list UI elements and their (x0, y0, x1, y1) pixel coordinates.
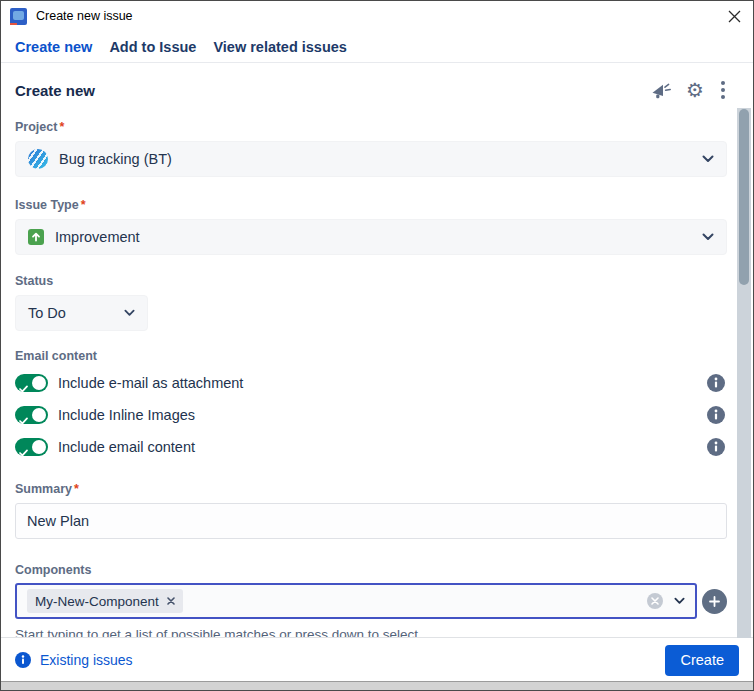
components-row: My-New-Component (15, 583, 727, 619)
email-content-toggles: Include e-mail as attachment Include Inl… (15, 372, 727, 458)
improvement-type-icon (28, 229, 44, 245)
info-icon[interactable] (707, 406, 725, 424)
chevron-down-icon (124, 309, 135, 317)
component-chip-label: My-New-Component (35, 594, 159, 609)
status-label: Status (15, 274, 727, 288)
summary-input[interactable] (15, 503, 727, 539)
components-input[interactable]: My-New-Component (15, 583, 697, 619)
window-bottom-edge (1, 681, 753, 690)
toggle-knob (32, 408, 46, 422)
required-asterisk: * (74, 482, 79, 496)
info-icon (15, 652, 31, 668)
chevron-down-icon (702, 155, 714, 163)
required-asterisk: * (81, 198, 86, 212)
tab-create-new[interactable]: Create new (15, 39, 92, 55)
toggle-row-inline-images: Include Inline Images (15, 404, 727, 426)
remove-chip-icon[interactable] (167, 597, 175, 605)
chevron-down-icon[interactable] (674, 597, 685, 605)
app-icon-notch (10, 23, 17, 25)
toggle-knob (32, 440, 46, 454)
tab-bar: Create new Add to Issue View related iss… (1, 31, 753, 63)
info-icon[interactable] (707, 438, 725, 456)
issue-type-value: Improvement (55, 229, 140, 245)
create-button[interactable]: Create (665, 645, 739, 676)
toggle-knob (32, 376, 46, 390)
scrollbar[interactable] (737, 108, 751, 638)
clear-field-icon[interactable] (647, 593, 663, 609)
create-new-issue-window: Create new issue Create new Add to Issue… (0, 0, 754, 691)
project-value: Bug tracking (BT) (59, 151, 172, 167)
close-icon[interactable] (726, 8, 742, 24)
titlebar: Create new issue (1, 1, 753, 31)
existing-issues-label: Existing issues (40, 652, 133, 668)
section-header: Create new ⚙ (15, 75, 727, 105)
toolbar: ⚙ (651, 79, 727, 101)
add-component-button[interactable] (702, 589, 727, 614)
existing-issues-link[interactable]: Existing issues (15, 652, 133, 668)
required-asterisk: * (59, 120, 64, 134)
project-label: Project* (15, 120, 727, 134)
toggle-include-email-content[interactable] (15, 438, 48, 456)
window-title: Create new issue (36, 9, 133, 23)
project-select[interactable]: Bug tracking (BT) (15, 141, 727, 177)
components-label: Components (15, 563, 727, 577)
gear-icon[interactable]: ⚙ (686, 80, 704, 100)
tab-add-to-issue[interactable]: Add to Issue (109, 39, 196, 55)
status-select[interactable]: To Do (15, 295, 148, 331)
email-content-label: Email content (15, 349, 727, 363)
kebab-menu-icon[interactable] (719, 79, 727, 101)
form-panel: Create new ⚙ Project* Bug tracking (BT) (1, 75, 753, 642)
info-icon[interactable] (707, 374, 725, 392)
toggle-label: Include Inline Images (58, 407, 195, 423)
section-heading: Create new (15, 82, 95, 99)
app-icon-glyph (13, 11, 24, 20)
toggle-label: Include e-mail as attachment (58, 375, 243, 391)
tab-view-related-issues[interactable]: View related issues (213, 39, 347, 55)
toggle-include-inline-images[interactable] (15, 406, 48, 424)
component-chip: My-New-Component (27, 589, 183, 613)
issue-type-select[interactable]: Improvement (15, 219, 727, 255)
toggle-row-email-content: Include email content (15, 436, 727, 458)
summary-label: Summary* (15, 482, 727, 496)
footer: Existing issues Create (1, 637, 753, 682)
announcement-icon[interactable] (651, 82, 671, 99)
toggle-label: Include email content (58, 439, 195, 455)
toggle-include-email-attachment[interactable] (15, 374, 48, 392)
scrollbar-thumb[interactable] (739, 109, 749, 285)
toggle-row-attachment: Include e-mail as attachment (15, 372, 727, 394)
status-value: To Do (28, 305, 66, 321)
app-icon (10, 8, 27, 25)
project-avatar-icon (28, 149, 48, 169)
chevron-down-icon (702, 233, 714, 241)
issue-type-label: Issue Type* (15, 198, 727, 212)
